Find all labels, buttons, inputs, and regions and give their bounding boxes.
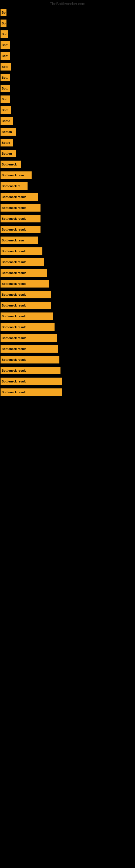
bar-row: Bottleneck result bbox=[0, 354, 135, 365]
bar-row: Bottle bbox=[0, 116, 135, 126]
bar-label-17: Bottleneck re bbox=[2, 184, 20, 188]
bar-row: Bottl bbox=[0, 105, 135, 116]
bar-row: Bottleneck resu bbox=[0, 235, 135, 246]
bar-label-27: Bottleneck result bbox=[2, 293, 26, 296]
site-title: TheBottlenecker.com bbox=[0, 0, 135, 7]
bar-row: Bo bbox=[0, 18, 135, 29]
bar-28: Bottleneck result bbox=[1, 302, 51, 309]
bar-7: Bott bbox=[1, 74, 10, 82]
bar-11: Bottle bbox=[1, 117, 13, 125]
bar-row: Bottleneck result bbox=[0, 278, 135, 289]
bar-row: Bottleneck result bbox=[0, 343, 135, 354]
bar-label-25: Bottleneck result bbox=[2, 271, 26, 275]
bar-label-6: Bottl bbox=[2, 65, 8, 68]
bar-row: Bottleneck result bbox=[0, 203, 135, 213]
bar-row: Bottleneck result bbox=[0, 333, 135, 343]
bar-row: Bottleneck result bbox=[0, 191, 135, 203]
bar-row: Bott bbox=[0, 72, 135, 83]
bar-36: Bottleneck result bbox=[1, 389, 62, 396]
bar-label-15: Bottleneck bbox=[2, 163, 17, 166]
bar-label-4: Bott bbox=[2, 43, 8, 46]
bar-row: Bottleneck result bbox=[0, 257, 135, 268]
bar-label-11: Bottle bbox=[2, 119, 10, 123]
bar-27: Bottleneck result bbox=[1, 291, 51, 299]
bar-label-2: Bo bbox=[2, 22, 6, 25]
bar-label-24: Bottleneck result bbox=[2, 260, 26, 264]
bar-label-19: Bottleneck result bbox=[2, 206, 26, 209]
bar-2: Bo bbox=[1, 20, 6, 27]
bar-label-5: Bott bbox=[2, 54, 8, 58]
bar-label-7: Bott bbox=[2, 76, 8, 79]
bar-label-13: Bottle bbox=[2, 141, 10, 144]
bar-label-34: Bottleneck result bbox=[2, 369, 26, 372]
bar-label-3: Bot bbox=[2, 33, 6, 36]
bar-row: Bottleneck resu bbox=[0, 170, 135, 181]
bar-row: Bo bbox=[0, 7, 135, 18]
bar-row: Bottleneck result bbox=[0, 289, 135, 300]
bar-label-32: Bottleneck result bbox=[2, 347, 26, 350]
bar-23: Bottleneck result bbox=[1, 247, 42, 255]
bar-4: Bott bbox=[1, 41, 10, 49]
bar-30: Bottleneck result bbox=[1, 323, 54, 331]
bar-row: Bottleneck result bbox=[0, 246, 135, 257]
bar-32: Bottleneck result bbox=[1, 345, 58, 352]
bar-label-21: Bottleneck result bbox=[2, 228, 26, 231]
bar-9: Bott bbox=[1, 95, 10, 103]
bar-row: Bottleneck result bbox=[0, 300, 135, 311]
bar-26: Bottleneck result bbox=[1, 280, 49, 287]
bar-row: Bottleneck result bbox=[0, 376, 135, 387]
bar-row: Bottleneck result bbox=[0, 268, 135, 278]
bar-label-9: Bott bbox=[2, 98, 8, 101]
bar-label-26: Bottleneck result bbox=[2, 282, 26, 285]
bar-33: Bottleneck result bbox=[1, 356, 59, 364]
bar-label-31: Bottleneck result bbox=[2, 336, 26, 340]
bar-row: Bott bbox=[0, 40, 135, 51]
bar-3: Bot bbox=[1, 30, 8, 38]
bar-label-20: Bottleneck result bbox=[2, 217, 26, 220]
bar-row: Bottlen bbox=[0, 126, 135, 137]
bars-container: BoBoBotBottBottBottlBottBottBottBottlBot… bbox=[0, 7, 135, 398]
bar-row: Bottleneck result bbox=[0, 311, 135, 322]
bar-label-29: Bottleneck result bbox=[2, 315, 26, 318]
bar-15: Bottleneck bbox=[1, 161, 21, 168]
bar-row: Bottleneck result bbox=[0, 213, 135, 224]
bar-label-8: Bott bbox=[2, 87, 8, 90]
bar-18: Bottleneck result bbox=[1, 193, 38, 201]
bar-row: Bottleneck result bbox=[0, 224, 135, 235]
bar-row: Bottl bbox=[0, 61, 135, 72]
bar-34: Bottleneck result bbox=[1, 367, 60, 374]
bar-29: Bottleneck result bbox=[1, 312, 53, 320]
bar-row: Bott bbox=[0, 83, 135, 94]
bar-1: Bo bbox=[1, 9, 6, 16]
bar-row: Bottle bbox=[0, 137, 135, 148]
bar-row: Bottleneck result bbox=[0, 365, 135, 376]
bar-label-36: Bottleneck result bbox=[2, 391, 26, 394]
bar-row: Bottleneck bbox=[0, 159, 135, 170]
bar-label-22: Bottleneck resu bbox=[2, 239, 24, 242]
bar-14: Bottlen bbox=[1, 150, 16, 157]
bar-label-18: Bottleneck result bbox=[2, 195, 26, 198]
bar-row: Bot bbox=[0, 29, 135, 40]
bar-24: Bottleneck result bbox=[1, 258, 44, 266]
bar-label-14: Bottlen bbox=[2, 152, 12, 155]
bar-10: Bottl bbox=[1, 106, 11, 114]
bar-label-23: Bottleneck result bbox=[2, 250, 26, 253]
bar-22: Bottleneck resu bbox=[1, 237, 38, 244]
bar-21: Bottleneck result bbox=[1, 226, 41, 233]
bar-row: Bottleneck result bbox=[0, 387, 135, 398]
bar-label-33: Bottleneck result bbox=[2, 358, 26, 361]
bar-31: Bottleneck result bbox=[1, 334, 57, 342]
bar-20: Bottleneck result bbox=[1, 215, 41, 222]
bar-35: Bottleneck result bbox=[1, 378, 62, 385]
bar-row: Bottlen bbox=[0, 148, 135, 159]
bar-label-28: Bottleneck result bbox=[2, 304, 26, 307]
bar-label-35: Bottleneck result bbox=[2, 380, 26, 383]
bar-6: Bottl bbox=[1, 63, 11, 70]
bar-label-16: Bottleneck resu bbox=[2, 174, 24, 177]
bar-row: Bottleneck re bbox=[0, 181, 135, 191]
bar-25: Bottleneck result bbox=[1, 269, 47, 277]
bar-label-10: Bottl bbox=[2, 108, 8, 112]
bar-row: Bottleneck result bbox=[0, 322, 135, 333]
bar-5: Bott bbox=[1, 52, 10, 60]
bar-row: Bott bbox=[0, 51, 135, 61]
